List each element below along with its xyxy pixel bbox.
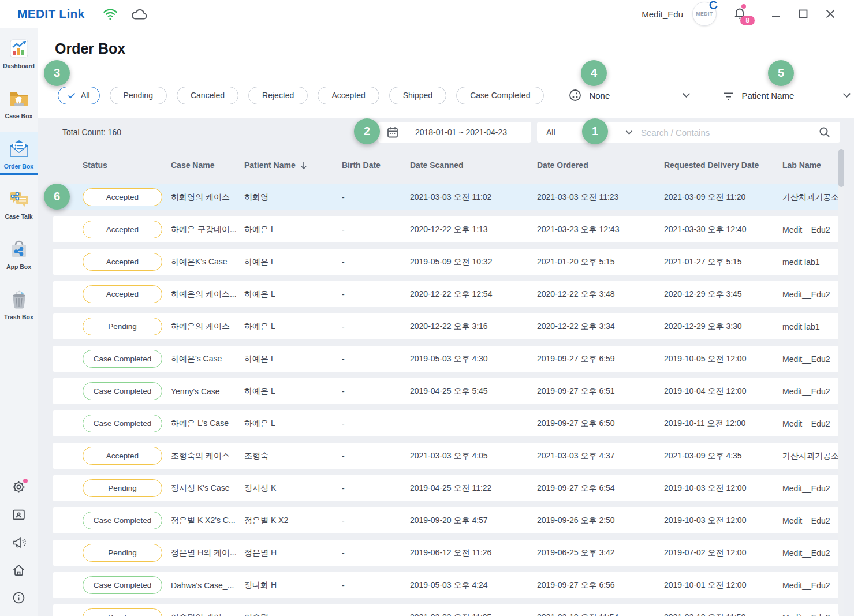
- cell-patient-name: 허화영: [244, 192, 342, 203]
- topbar: MEDIT Link Medit_Edu MEDIT: [0, 0, 854, 28]
- cell-birth-date: -: [342, 322, 410, 331]
- cell-case-name: 하예은의 케이스...: [171, 289, 244, 300]
- scrollbar-thumb[interactable]: [838, 149, 844, 187]
- cell-delivery-date: 2019-10-04 오전 12:00: [664, 386, 782, 397]
- table-toolbar: Total Count: 160 2018-01-01 ~ 2021-04-23…: [38, 118, 854, 146]
- table-row[interactable]: Accepted 허화영의 케이스 허화영 - 2021-03-03 오전 11…: [53, 184, 839, 210]
- cell-date-scanned: 2021-03-03 오후 4:05: [410, 451, 537, 461]
- cell-date-ordered: 2020-12-22 오후 3:34: [537, 322, 664, 332]
- cell-date-scanned: 2019-05-03 오후 4:24: [410, 580, 537, 591]
- contacts-button[interactable]: [12, 507, 26, 522]
- table-row[interactable]: Pending 정은별 H의 케이... 정은별 H - 2019-06-12 …: [53, 540, 839, 566]
- status-badge: Accepted: [83, 285, 162, 303]
- main-content: Order Box All Pending Canceled Rejected …: [38, 28, 854, 616]
- col-birth-date[interactable]: Birth Date: [342, 160, 410, 170]
- cell-patient-name: 이숙덕: [244, 613, 342, 616]
- cell-date-scanned: 2020-12-22 오후 3:16: [410, 322, 537, 332]
- date-range-picker[interactable]: 2018-01-01 ~ 2021-04-23: [378, 122, 531, 143]
- sidebar-item-order-box[interactable]: Order Box: [0, 132, 38, 175]
- announcements-button[interactable]: [12, 535, 27, 550]
- cell-patient-name: 정지상 K: [244, 483, 342, 494]
- search-icon[interactable]: [818, 126, 831, 139]
- info-button[interactable]: [12, 591, 26, 605]
- cell-birth-date: -: [342, 387, 410, 396]
- cell-date-scanned: 2020-12-22 오후 12:54: [410, 289, 537, 300]
- filter-tab-all[interactable]: All: [58, 87, 100, 104]
- contact-card-icon: [12, 507, 26, 522]
- table-row[interactable]: Pending 하예은의 케이스 하예은 L - 2020-12-22 오후 3…: [53, 313, 839, 339]
- settings-button[interactable]: [12, 480, 26, 494]
- cell-patient-name: 하예은 L: [244, 257, 342, 267]
- case-talk-icon: [8, 188, 30, 210]
- sidebar-item-case-box[interactable]: Case Box: [0, 81, 38, 125]
- chevron-down-icon: [842, 92, 851, 98]
- cell-birth-date: -: [342, 581, 410, 590]
- info-icon: [12, 591, 26, 605]
- table-row[interactable]: Pending 이숙덕의 케이... 이숙덕 - 2021-03-03 오전 1…: [53, 604, 839, 616]
- cell-delivery-date: 2019-10-11 오전 12:00: [664, 419, 782, 429]
- table-row[interactable]: Case Completed 정은별 K X2's C... 정은별 K X2 …: [53, 507, 839, 533]
- dashboard-icon: [8, 38, 30, 59]
- table-row[interactable]: Pending 정지상 K's Case 정지상 K - 2019-04-25 …: [53, 475, 839, 501]
- app-box-icon: [8, 238, 30, 260]
- filter-tab-accepted[interactable]: Accepted: [318, 87, 379, 104]
- status-badge: Pending: [83, 608, 162, 616]
- notifications-button[interactable]: 8: [733, 6, 747, 23]
- filter-tab-rejected[interactable]: Rejected: [248, 87, 308, 104]
- close-button[interactable]: [825, 8, 836, 20]
- cell-date-scanned: 2020-12-22 오후 1:13: [410, 225, 537, 235]
- table-row[interactable]: Accepted 하예은 구강데이... 하예은 L - 2020-12-22 …: [53, 216, 839, 242]
- col-status[interactable]: Status: [83, 160, 171, 170]
- col-case-name[interactable]: Case Name: [171, 160, 244, 170]
- brand-logo: MEDIT Link: [17, 7, 84, 21]
- table-row[interactable]: Case Completed 하예은's Case 하예은 L - 2019-0…: [53, 346, 839, 372]
- search-input[interactable]: Search / Contains: [641, 128, 710, 137]
- filter-tab-shipped[interactable]: Shipped: [389, 87, 446, 104]
- cell-patient-name: 하예은 L: [244, 386, 342, 397]
- chevron-down-icon: [682, 92, 691, 98]
- sidebar-item-dashboard[interactable]: Dashboard: [0, 31, 38, 74]
- table-row[interactable]: Accepted 하예은의 케이스... 하예은 L - 2020-12-22 …: [53, 281, 839, 307]
- col-lab-name[interactable]: Lab Name: [782, 160, 839, 170]
- status-badge: Pending: [83, 544, 162, 562]
- cell-date-scanned: 2019-06-12 오전 11:26: [410, 548, 537, 558]
- home-button[interactable]: [12, 563, 26, 577]
- table-row[interactable]: Accepted 조형숙의 케이스 조형숙 - 2021-03-03 오후 4:…: [53, 443, 839, 469]
- status-badge: Accepted: [83, 188, 162, 206]
- status-badge: Pending: [83, 479, 162, 497]
- col-patient-name[interactable]: Patient Name: [244, 160, 342, 170]
- sidebar-item-app-box[interactable]: App Box: [0, 232, 38, 275]
- sidebar-bottom-tools: [0, 480, 38, 616]
- user-name: Medit_Edu: [642, 9, 683, 19]
- minimize-button[interactable]: [770, 8, 782, 20]
- cloud-sync-icon[interactable]: [130, 8, 147, 20]
- table-row[interactable]: Case Completed Dahwa's Case_... 정다화 H - …: [53, 572, 839, 598]
- cell-patient-name: 정다화 H: [244, 580, 342, 591]
- cell-date-scanned: 2021-03-03 오전 11:02: [410, 192, 537, 203]
- sidebar-item-case-talk[interactable]: Case Talk: [0, 182, 38, 225]
- table-row[interactable]: Accepted 하예은K's Case 하예은 L - 2019-05-09 …: [53, 249, 839, 275]
- filter-tab-pending[interactable]: Pending: [110, 87, 167, 104]
- sidebar-item-trash-box[interactable]: Trash Box: [0, 282, 38, 326]
- cell-delivery-date: 2021-03-09 오후 4:35: [664, 451, 782, 461]
- group-by-dropdown[interactable]: None: [554, 82, 708, 109]
- cell-delivery-date: 2021-03-30 오후 12:40: [664, 225, 782, 235]
- cell-lab-name: Medit__Edu2: [782, 516, 839, 525]
- cell-patient-name: 조형숙: [244, 451, 342, 461]
- status-badge: Case Completed: [83, 382, 162, 400]
- table-row[interactable]: Case Completed 하예은 L's Case 하예은 L - 2019…: [53, 410, 839, 436]
- col-date-scanned[interactable]: Date Scanned: [410, 160, 537, 170]
- avatar[interactable]: MEDIT: [692, 2, 717, 26]
- cell-date-scanned: 2019-04-25 오후 5:45: [410, 386, 537, 397]
- filter-tab-canceled[interactable]: Canceled: [177, 87, 238, 104]
- cell-delivery-date: 2019-10-03 오전 12:00: [664, 483, 782, 494]
- filter-tab-case-completed[interactable]: Case Completed: [456, 87, 544, 104]
- table-scrollbar[interactable]: [838, 148, 844, 616]
- col-date-ordered[interactable]: Date Ordered: [537, 160, 664, 170]
- cell-date-ordered: 2021-03-03 오후 4:37: [537, 451, 664, 461]
- table-row[interactable]: Case Completed Yenny's Case 하예은 L - 2019…: [53, 378, 839, 404]
- date-range-value: 2018-01-01 ~ 2021-04-23: [399, 128, 523, 137]
- page-title: Order Box: [55, 40, 125, 57]
- maximize-button[interactable]: [797, 8, 809, 20]
- col-requested-delivery-date[interactable]: Requested Delivery Date: [664, 160, 782, 170]
